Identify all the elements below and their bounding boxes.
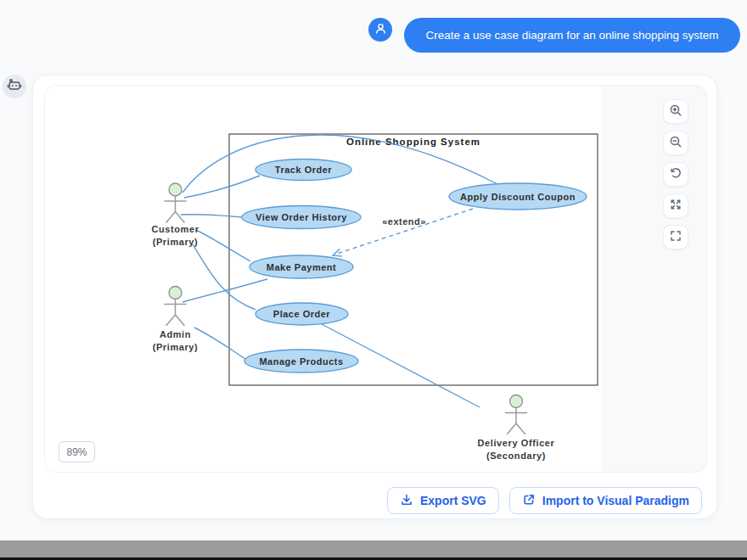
actor-role: (Secondary) [486, 451, 546, 461]
svg-text:Apply Discount Coupon: Apply Discount Coupon [460, 192, 576, 202]
actor-customer: Customer (Primary) [151, 183, 199, 247]
actor-name: Admin [160, 329, 191, 339]
use-case-view-order-history: View Order History [242, 206, 361, 229]
zoom-out-icon [669, 135, 682, 152]
svg-text:Manage Products: Manage Products [259, 356, 343, 367]
fullscreen-icon [669, 229, 682, 246]
reset-view-button[interactable] [663, 162, 688, 187]
use-case-diagram: Online Shopping System «extend» [45, 86, 602, 473]
use-case-manage-products: Manage Products [244, 350, 358, 372]
svg-text:Place Order: Place Order [273, 309, 330, 319]
use-case-place-order: Place Order [256, 303, 348, 325]
footer-actions: Export SVG Import to Visual Paradigm [387, 487, 702, 514]
reset-view-icon [669, 166, 682, 183]
robot-icon [6, 76, 23, 97]
user-avatar [368, 18, 392, 42]
use-case-make-payment: Make Payment [250, 255, 353, 278]
use-case-apply-discount-coupon: Apply Discount Coupon [449, 183, 587, 210]
svg-text:Make Payment: Make Payment [267, 262, 336, 272]
fullscreen-button[interactable] [663, 225, 688, 249]
extend-label: «extend» [382, 216, 426, 227]
canvas-controls [663, 99, 688, 249]
diagram-svg-area: Online Shopping System «extend» [45, 86, 602, 473]
svg-text:View Order History: View Order History [256, 212, 347, 222]
zoom-out-button[interactable] [663, 131, 688, 155]
user-message-bubble: Create a use case diagram for an online … [404, 18, 740, 53]
zoom-level-badge: 89% [59, 441, 95, 462]
svg-text:Track Order: Track Order [275, 165, 332, 175]
expand-icon [669, 198, 682, 215]
person-icon [373, 20, 389, 40]
expand-button[interactable] [663, 193, 688, 218]
actor-name: Delivery Officer [478, 438, 555, 448]
actor-role: (Primary) [153, 237, 199, 247]
download-icon [400, 493, 413, 509]
actor-delivery-officer: Delivery Officer (Secondary) [478, 395, 555, 462]
actor-role: (Primary) [153, 342, 199, 352]
actor-name: Customer [151, 224, 199, 234]
use-case-track-order: Track Order [256, 160, 351, 181]
export-svg-button[interactable]: Export SVG [387, 487, 499, 514]
diagram-canvas[interactable]: Online Shopping System «extend» [44, 85, 707, 473]
zoom-in-icon [669, 104, 682, 120]
import-visual-paradigm-button[interactable]: Import to Visual Paradigm [509, 487, 702, 514]
bottom-bar [0, 540, 747, 557]
zoom-in-button[interactable] [663, 99, 688, 124]
external-link-icon [522, 493, 536, 509]
assistant-avatar [3, 75, 26, 98]
diagram-card: Online Shopping System «extend» [32, 75, 717, 519]
actor-admin: Admin (Primary) [153, 287, 199, 353]
